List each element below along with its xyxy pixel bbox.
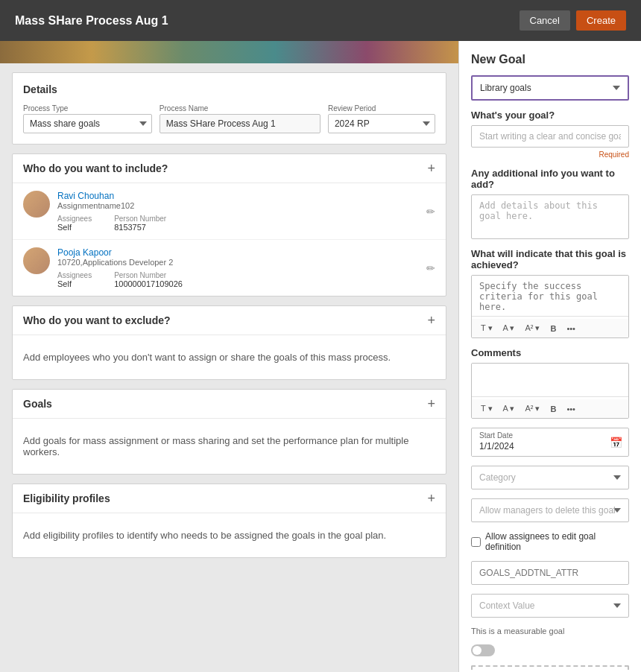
person-edit-button[interactable]: ✏ (426, 262, 435, 274)
comments-toolbar-size-btn[interactable]: A² ▾ (522, 402, 543, 415)
success-criteria-textarea[interactable] (472, 276, 628, 317)
process-type-select[interactable]: Mass share goals (23, 114, 152, 133)
success-criteria-editor: T ▾ A ▾ A² ▾ B ••• (471, 275, 629, 338)
measurable-goal-toggle[interactable] (471, 644, 495, 656)
eligibility-empty-text: Add eligibility profiles to identify who… (23, 524, 435, 547)
comments-toolbar-font-btn[interactable]: A ▾ (500, 402, 518, 415)
assignee-group: Assignees Self (57, 215, 92, 232)
measurable-goal-row: This is a measurable goal (471, 627, 629, 635)
toolbar-text-btn[interactable]: T ▾ (478, 322, 496, 335)
eligibility-add-button[interactable]: + (427, 492, 435, 505)
assignee-value: Self (57, 223, 92, 232)
page-title: Mass SHare Process Aug 1 (15, 14, 168, 28)
person-edit-button[interactable]: ✏ (426, 206, 435, 218)
cancel-button[interactable]: Cancel (520, 10, 570, 31)
new-goal-title: New Goal (471, 53, 629, 66)
goals-section: Goals + Add goals for mass assignment or… (12, 389, 446, 475)
review-period-group: Review Period 2024 RP (328, 104, 435, 133)
context-value-select[interactable]: Context Value (471, 594, 629, 618)
comments-toolbar-more-btn[interactable]: ••• (563, 403, 578, 415)
eligibility-section-header: Eligibility profiles + (13, 484, 446, 513)
process-type-label: Process Type (23, 104, 152, 112)
eligibility-section-body: Add eligibility profiles to identify who… (13, 513, 446, 557)
goals-attr-input[interactable] (471, 561, 629, 585)
avatar (23, 191, 50, 218)
supporting-docs-area[interactable]: Add supporting documents here. (471, 665, 629, 672)
app-header: Mass SHare Process Aug 1 Cancel Create (0, 0, 641, 41)
comments-textarea[interactable] (472, 364, 628, 397)
start-date-label: Start Date (472, 428, 628, 440)
details-fields: Process Type Mass share goals Process Na… (23, 104, 435, 133)
goals-empty-text: Add goals for mass assignment or mass sh… (23, 429, 435, 463)
goal-name-label: What's your goal? (471, 110, 629, 121)
exclude-section-header: Who do you want to exclude? + (13, 306, 446, 335)
person-number-value: 100000017109026 (114, 279, 183, 288)
main-layout: Details Process Type Mass share goals Pr… (0, 41, 641, 672)
exclude-section-title: Who do you want to exclude? (23, 314, 171, 326)
goals-section-title: Goals (23, 398, 52, 410)
category-select[interactable]: Category (471, 466, 629, 489)
comments-toolbar-bold-btn[interactable]: B (547, 403, 559, 415)
person-meta: Assignees Self Person Number 10000001710… (57, 271, 435, 288)
person-number-label: Person Number (114, 215, 166, 223)
left-panel: Details Process Type Mass share goals Pr… (0, 41, 458, 672)
include-add-button[interactable]: + (427, 162, 435, 175)
calendar-icon[interactable]: 📅 (610, 437, 622, 448)
exclude-add-button[interactable]: + (427, 314, 435, 327)
measurable-goal-label: This is a measurable goal (471, 627, 564, 635)
process-name-input[interactable] (160, 114, 320, 133)
additional-info-label: Any additional info you want to add? (471, 168, 629, 190)
library-goals-select[interactable]: Library goals (471, 75, 629, 101)
person-name: Pooja Kapoor (57, 247, 435, 258)
allow-assignees-label: Allow assignees to edit goal definition (485, 531, 629, 552)
avatar-image (23, 247, 50, 274)
banner-decoration (0, 41, 458, 63)
details-section: Details Process Type Mass share goals Pr… (12, 72, 446, 145)
exclude-empty-text: Add employees who you don't want to assi… (23, 346, 435, 369)
toolbar-font-btn[interactable]: A ▾ (500, 322, 518, 335)
review-period-select[interactable]: 2024 RP (328, 114, 435, 133)
person-meta: Assignees Self Person Number 8153757 (57, 215, 435, 232)
include-section-header: Who do you want to include? + (13, 154, 446, 183)
comments-toolbar-text-btn[interactable]: T ▾ (478, 402, 496, 415)
success-criteria-group: What will indicate that this goal is ach… (471, 248, 629, 338)
person-number-value: 8153757 (114, 223, 166, 232)
eligibility-section-title: Eligibility profiles (23, 492, 110, 504)
person-item: Ravi Chouhan Assignmentname102 Assignees… (13, 183, 446, 240)
library-goals-wrapper: Library goals (471, 75, 629, 101)
avatar (23, 247, 50, 274)
success-criteria-label: What will indicate that this goal is ach… (471, 248, 629, 270)
goal-name-input[interactable] (471, 125, 629, 148)
goal-name-group: What's your goal? Required (471, 110, 629, 159)
person-role: 10720,Applications Developer 2 (57, 258, 435, 267)
exclude-section: Who do you want to exclude? + Add employ… (12, 305, 446, 380)
avatar-image (23, 191, 50, 218)
new-goal-panel: New Goal Library goals What's your goal?… (458, 41, 641, 672)
toggle-row (471, 644, 629, 656)
additional-info-textarea[interactable] (471, 194, 629, 239)
toolbar-size-btn[interactable]: A² ▾ (522, 322, 543, 335)
toolbar-more-btn[interactable]: ••• (563, 323, 578, 335)
comments-toolbar: T ▾ A ▾ A² ▾ B ••• (472, 399, 628, 418)
person-info: Ravi Chouhan Assignmentname102 Assignees… (57, 191, 435, 232)
person-info: Pooja Kapoor 10720,Applications Develope… (57, 247, 435, 288)
start-date-wrapper: Start Date 📅 (471, 428, 629, 457)
comments-label: Comments (471, 347, 629, 358)
comments-editor: T ▾ A ▾ A² ▾ B ••• (471, 363, 629, 419)
toolbar-bold-btn[interactable]: B (547, 323, 559, 335)
allow-assignees-checkbox[interactable] (471, 537, 481, 547)
eligibility-section: Eligibility profiles + Add eligibility p… (12, 484, 446, 558)
allow-assignees-row: Allow assignees to edit goal definition (471, 531, 629, 552)
include-section-title: Who do you want to include? (23, 162, 168, 174)
process-type-group: Process Type Mass share goals (23, 104, 152, 133)
goals-add-button[interactable]: + (427, 397, 435, 411)
person-role: Assignmentname102 (57, 201, 435, 210)
assignee-group: Assignees Self (57, 271, 92, 288)
review-period-label: Review Period (328, 104, 435, 112)
person-number-group: Person Number 8153757 (114, 215, 166, 232)
allow-managers-select[interactable]: Allow managers to delete this goal (471, 498, 629, 522)
create-button[interactable]: Create (576, 10, 626, 31)
start-date-input[interactable] (472, 440, 606, 456)
process-name-group: Process Name (160, 104, 320, 133)
goals-section-header: Goals + (13, 390, 446, 419)
